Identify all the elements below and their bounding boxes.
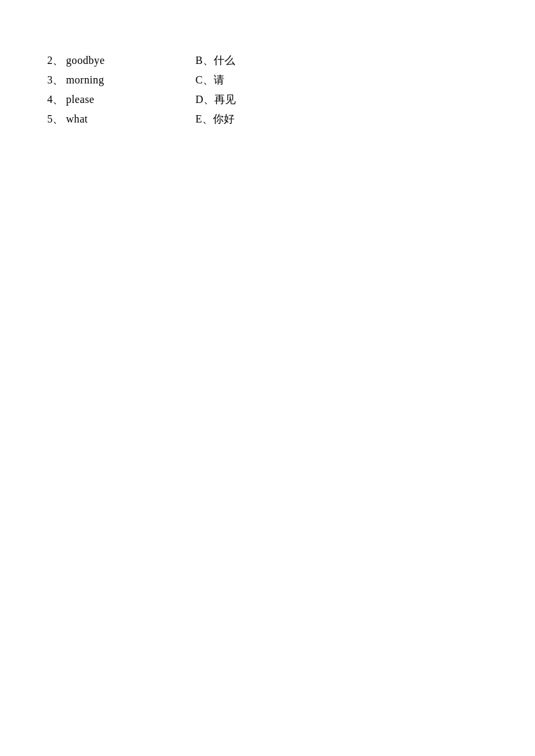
chinese-col-3: D、 再见 xyxy=(195,93,236,107)
chinese-word-3: 再见 xyxy=(214,93,236,107)
chinese-col-2: C、 请 xyxy=(195,73,224,88)
chinese-word-4: 你好 xyxy=(213,112,234,127)
english-word-3: please xyxy=(66,94,94,106)
chinese-word-1: 什么 xyxy=(214,54,235,68)
english-col-2: 3、 morning xyxy=(47,73,182,88)
number-4: 5、 xyxy=(47,112,66,127)
option-letter-3: D、 xyxy=(195,93,214,107)
chinese-word-2: 请 xyxy=(214,73,224,88)
english-word-4: what xyxy=(66,113,88,125)
english-col-3: 4、 please xyxy=(47,93,182,107)
vocabulary-list: 2、 goodbye B、 什么 3、 morning C、 请 4、 plea… xyxy=(47,54,488,132)
vocab-row-1: 2、 goodbye B、 什么 xyxy=(47,54,488,68)
vocab-row-4: 5、 what E、 你好 xyxy=(47,112,488,127)
vocab-row-2: 3、 morning C、 请 xyxy=(47,73,488,88)
english-word-1: goodbye xyxy=(66,55,104,67)
option-letter-2: C、 xyxy=(195,73,214,88)
option-letter-4: E、 xyxy=(195,112,213,127)
chinese-col-1: B、 什么 xyxy=(195,54,235,68)
number-2: 3、 xyxy=(47,73,66,88)
option-letter-1: B、 xyxy=(195,54,214,68)
number-3: 4、 xyxy=(47,93,66,107)
english-col-1: 2、 goodbye xyxy=(47,54,182,68)
english-col-4: 5、 what xyxy=(47,112,182,127)
main-content: 2、 goodbye B、 什么 3、 morning C、 请 4、 plea… xyxy=(0,0,535,186)
number-1: 2、 xyxy=(47,54,66,68)
english-word-2: morning xyxy=(66,74,104,86)
chinese-col-4: E、 你好 xyxy=(195,112,234,127)
vocab-row-3: 4、 please D、 再见 xyxy=(47,93,488,107)
